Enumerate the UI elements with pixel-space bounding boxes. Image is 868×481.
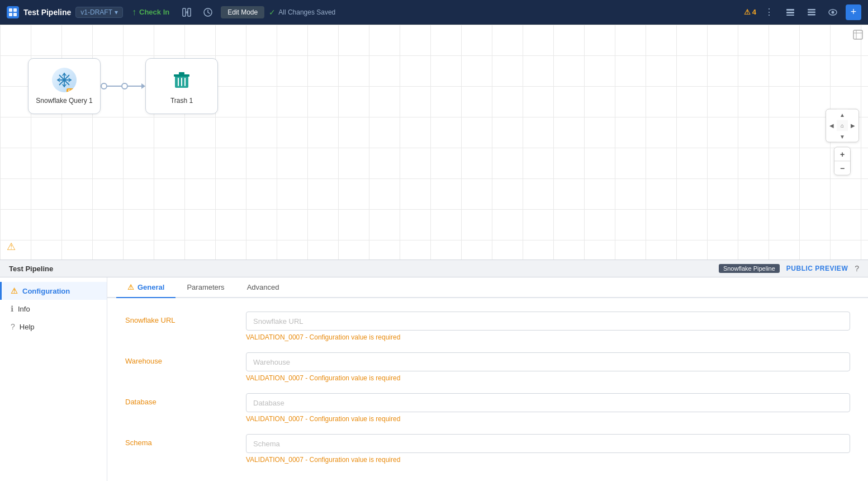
schema-error: VALIDATION_0007 - Configuration value is…: [246, 456, 850, 464]
canvas-nodes: SQL Snowflake Query 1: [28, 58, 218, 114]
nav-empty-tl: [826, 110, 837, 120]
trash-node-label: Trash 1: [170, 97, 193, 105]
main-content: ⚠ General Parameters Advanced Snowflake …: [107, 277, 868, 481]
check-icon: ✓: [269, 8, 276, 17]
svg-rect-10: [808, 9, 815, 11]
preview-button[interactable]: [824, 4, 841, 21]
svg-rect-12: [808, 14, 815, 16]
help-circle-icon: ?: [11, 322, 15, 331]
warning-icon: ⚠: [744, 8, 751, 16]
more-menu-button[interactable]: ⋮: [761, 4, 777, 21]
header-right: ⚠ 4 ⋮ +: [744, 4, 861, 21]
svg-rect-1: [13, 8, 17, 12]
sql-badge: SQL: [67, 88, 77, 92]
schema-row: Schema VALIDATION_0007 - Configuration v…: [125, 434, 850, 464]
svg-rect-9: [786, 15, 794, 16]
snowflake-pipeline-tag: Snowflake Pipeline: [719, 264, 780, 273]
general-tab-warning-icon: ⚠: [127, 283, 134, 291]
split-bar: Test Pipeline Snowflake Pipeline PUBLIC …: [0, 260, 868, 277]
svg-rect-7: [786, 9, 794, 11]
config-sidebar: ⚠ Configuration ℹ Info ? Help: [0, 277, 107, 481]
sidebar-item-help[interactable]: ? Help: [0, 318, 107, 336]
sidebar-item-info[interactable]: ℹ Info: [0, 300, 107, 318]
nav-right-button[interactable]: ▶: [848, 120, 858, 131]
schema-field-group: VALIDATION_0007 - Configuration value is…: [246, 434, 850, 464]
trash-node[interactable]: Trash 1: [145, 58, 218, 114]
svg-rect-0: [9, 8, 12, 12]
top-header: Test Pipeline v1-DRAFT ▾ ↑ Check In Edit…: [0, 0, 868, 25]
zoom-out-button[interactable]: −: [834, 162, 850, 175]
database-field-group: VALIDATION_0007 - Configuration value is…: [246, 393, 850, 423]
version-dropdown[interactable]: v1-DRAFT ▾: [75, 7, 123, 18]
svg-rect-11: [808, 11, 815, 13]
snowflake-url-input[interactable]: [246, 312, 850, 331]
tab-general[interactable]: ⚠ General: [116, 277, 176, 298]
svg-rect-8: [786, 12, 794, 13]
svg-rect-18: [179, 72, 184, 74]
nav-left-button[interactable]: ◀: [826, 120, 837, 131]
snowflake-url-label: Snowflake URL: [125, 312, 237, 324]
scroll-icon[interactable]: [852, 29, 864, 43]
warning-badge: ⚠ 4: [744, 8, 756, 16]
layers-button[interactable]: [782, 4, 799, 21]
warehouse-field-group: VALIDATION_0007 - Configuration value is…: [246, 352, 850, 382]
edit-mode-button[interactable]: Edit Mode: [221, 6, 264, 18]
database-input[interactable]: [246, 393, 850, 412]
sidebar-configuration-label: Configuration: [22, 287, 70, 295]
connector-line-2: [128, 86, 142, 87]
zoom-in-button[interactable]: +: [834, 148, 850, 161]
connector-dot-left: [101, 83, 107, 89]
svg-rect-3: [13, 13, 17, 16]
help-icon[interactable]: ?: [855, 264, 859, 273]
schema-input[interactable]: [246, 434, 850, 453]
svg-rect-22: [853, 30, 862, 39]
tab-parameters[interactable]: Parameters: [176, 277, 235, 298]
check-in-button[interactable]: ↑ Check In: [127, 5, 174, 20]
connector-dot-right: [121, 83, 128, 89]
nav-home-button[interactable]: ⌂: [837, 120, 847, 131]
sidebar-item-configuration[interactable]: ⚠ Configuration: [0, 282, 107, 300]
connector-arrow: [141, 83, 145, 89]
nav-up-button[interactable]: ▲: [837, 110, 847, 120]
pipeline-title: Test Pipeline: [23, 8, 71, 17]
schema-label: Schema: [125, 434, 237, 447]
tab-advanced[interactable]: Advanced: [236, 277, 291, 298]
add-button[interactable]: +: [846, 4, 861, 20]
canvas-navigation: ▲ ◀ ⌂ ▶ ▼ + −: [826, 109, 859, 176]
snowflake-url-error: VALIDATION_0007 - Configuration value is…: [246, 333, 850, 341]
app-icon: [7, 6, 19, 18]
canvas-area[interactable]: SQL Snowflake Query 1: [0, 25, 868, 260]
nav-grid: ▲ ◀ ⌂ ▶ ▼: [826, 109, 859, 143]
warehouse-input[interactable]: [246, 352, 850, 371]
nav-down-button[interactable]: ▼: [837, 131, 847, 142]
split-bar-title: Test Pipeline: [9, 265, 712, 273]
warehouse-error: VALIDATION_0007 - Configuration value is…: [246, 374, 850, 382]
history-button[interactable]: [200, 5, 216, 20]
warehouse-row: Warehouse VALIDATION_0007 - Configuratio…: [125, 352, 850, 382]
nav-empty-br: [848, 131, 858, 142]
svg-rect-2: [9, 13, 12, 16]
snowflake-icon: SQL: [52, 68, 77, 92]
snowflake-query-node[interactable]: SQL Snowflake Query 1: [28, 58, 101, 114]
zoom-controls: + −: [834, 147, 851, 176]
svg-point-14: [832, 11, 834, 13]
list-view-button[interactable]: [803, 4, 820, 21]
sidebar-info-label: Info: [18, 305, 30, 313]
header-left: Test Pipeline v1-DRAFT ▾ ↑ Check In Edit…: [7, 5, 737, 20]
svg-rect-17: [174, 74, 189, 77]
public-preview-label: PUBLIC PREVIEW: [786, 265, 848, 272]
canvas-warning-icon: ⚠: [7, 240, 16, 253]
tabs-row: ⚠ General Parameters Advanced: [107, 277, 868, 298]
nav-empty-bl: [826, 131, 837, 142]
database-label: Database: [125, 393, 237, 406]
parameters-tab-label: Parameters: [187, 283, 224, 291]
sidebar-help-label: Help: [20, 323, 35, 331]
general-tab-label: General: [137, 283, 164, 291]
compare-button[interactable]: [178, 5, 195, 20]
advanced-tab-label: Advanced: [247, 283, 279, 291]
snowflake-node-label: Snowflake Query 1: [36, 97, 92, 105]
snowflake-url-field-group: VALIDATION_0007 - Configuration value is…: [246, 312, 850, 341]
snowflake-url-row: Snowflake URL VALIDATION_0007 - Configur…: [125, 312, 850, 341]
bottom-panel: ⚠ Configuration ℹ Info ? Help ⚠ General …: [0, 277, 868, 481]
saved-status: ✓ All Changes Saved: [269, 8, 335, 17]
